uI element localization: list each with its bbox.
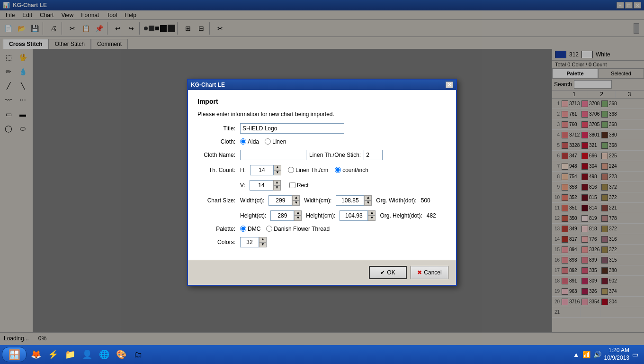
- height-cm-up[interactable]: ▲: [368, 210, 376, 216]
- h-spin-down[interactable]: ▼: [274, 170, 281, 175]
- width-cm-spinner: ▲ ▼: [336, 195, 372, 206]
- v-label: V:: [240, 182, 245, 189]
- cloth-row: Cloth: Aida Linen: [197, 138, 447, 145]
- th-count-field: H: ▲ ▼ Linen Th./cm count/inch: [240, 165, 368, 175]
- height-ct-input[interactable]: [270, 210, 294, 221]
- palette-danish[interactable]: Danish Flower Thread: [266, 226, 330, 232]
- linen-th-cm-radio[interactable]: Linen Th./cm: [288, 167, 328, 173]
- h-input[interactable]: [250, 165, 274, 175]
- colors-row: Colors: ▲ ▼: [197, 237, 447, 247]
- cloth-label: Cloth:: [197, 138, 240, 145]
- colors-spinner-btns: ▲ ▼: [259, 237, 267, 247]
- colors-down[interactable]: ▼: [259, 242, 267, 247]
- org-height-label: Org. Height(dot):: [380, 212, 422, 219]
- cloth-name-label: Cloth Name:: [197, 152, 240, 158]
- cloth-name-input[interactable]: [240, 150, 306, 160]
- dialog-footer: ✔ ✔ OK OK ✖ Cancel: [188, 260, 456, 285]
- start-button[interactable]: 🪟: [2, 347, 27, 362]
- width-cm-label: Width(cm):: [304, 197, 331, 204]
- height-cm-spinner-btns: ▲ ▼: [368, 210, 376, 221]
- width-ct-input[interactable]: [268, 195, 292, 206]
- height-ct-down[interactable]: ▼: [294, 216, 302, 221]
- cancel-button[interactable]: ✖ Cancel: [411, 266, 448, 279]
- height-cm-down[interactable]: ▼: [368, 216, 376, 221]
- palette-dmc[interactable]: DMC: [240, 226, 260, 232]
- v-spinner: ▲ ▼: [250, 180, 281, 191]
- taskbar-app2[interactable]: ⚡: [45, 347, 61, 362]
- h-spinner-btns: ▲ ▼: [274, 165, 281, 175]
- width-ct-up[interactable]: ▲: [292, 195, 300, 200]
- width-ct-down[interactable]: ▼: [292, 200, 300, 206]
- v-field: V: ▲ ▼ Rect: [240, 180, 309, 191]
- th-count-row: Th. Count: H: ▲ ▼ Linen Th./cm co: [197, 165, 447, 175]
- org-height-value: 482: [427, 212, 436, 219]
- v-spinner-btns: ▲ ▼: [273, 180, 281, 191]
- taskbar-explorer[interactable]: 📁: [63, 347, 78, 362]
- cloth-name-field: Linen Th./One Stich:: [240, 150, 383, 160]
- width-cm-spinner-btns: ▲ ▼: [364, 195, 372, 206]
- sys-icon-network[interactable]: 📶: [582, 351, 590, 358]
- taskbar-app7[interactable]: 🗂: [131, 347, 146, 362]
- cloth-name-row: Cloth Name: Linen Th./One Stich:: [197, 150, 447, 160]
- cloth-options: Aida Linen: [240, 138, 286, 145]
- rect-check[interactable]: Rect: [289, 182, 309, 189]
- colors-label: Colors:: [197, 239, 240, 246]
- v-input[interactable]: [250, 180, 273, 191]
- dialog-titlebar: KG-Chart LE ✕: [188, 80, 456, 90]
- colors-input[interactable]: [240, 237, 259, 247]
- title-field: [240, 123, 344, 134]
- h-spinner: ▲ ▼: [250, 165, 281, 175]
- taskbar: 🪟 🦊 ⚡ 📁 👤 🌐 🎨 🗂 ▲ 📶 🔊 1:20 AM 10/9/2013 …: [0, 345, 644, 364]
- height-ct-label: Height(ct):: [240, 212, 266, 219]
- count-inch-radio[interactable]: count/inch: [335, 167, 368, 173]
- taskbar-chrome[interactable]: 🌐: [97, 347, 112, 362]
- dialog-close-button[interactable]: ✕: [446, 82, 453, 88]
- width-cm-up[interactable]: ▲: [364, 195, 372, 200]
- taskbar-app6[interactable]: 🎨: [114, 347, 129, 362]
- clock-date: 10/9/2013: [604, 355, 629, 362]
- th-count-label: Th. Count:: [197, 167, 240, 173]
- clock-time: 1:20 AM: [604, 347, 629, 355]
- dialog-overlay: KG-Chart LE ✕ Import Please enter inform…: [0, 0, 644, 364]
- colors-up[interactable]: ▲: [259, 237, 267, 242]
- chart-size-field2: Height(ct): ▲ ▼ Height(cm): ▲ ▼: [240, 210, 436, 221]
- taskbar-right: ▲ 📶 🔊 1:20 AM 10/9/2013 ▭: [573, 347, 642, 362]
- h-spin-up[interactable]: ▲: [274, 165, 281, 170]
- taskbar-app4[interactable]: 👤: [80, 347, 95, 362]
- sys-icon-volume[interactable]: 🔊: [593, 351, 601, 358]
- height-cm-label: Height(cm):: [306, 212, 335, 219]
- import-dialog: KG-Chart LE ✕ Import Please enter inform…: [187, 79, 457, 286]
- chart-size-label: Chart Size:: [197, 197, 240, 204]
- sys-icon-show-desktop[interactable]: ▭: [632, 351, 638, 358]
- height-cm-input[interactable]: [340, 210, 368, 221]
- org-width-value: 500: [421, 197, 430, 204]
- v-row: V: ▲ ▼ Rect: [197, 180, 447, 191]
- title-input[interactable]: [240, 123, 344, 134]
- v-spin-down[interactable]: ▼: [273, 185, 281, 191]
- width-cm-input[interactable]: [336, 195, 364, 206]
- chart-size-row2: Height(ct): ▲ ▼ Height(cm): ▲ ▼: [197, 210, 447, 221]
- v-spin-up[interactable]: ▲: [273, 180, 281, 185]
- dialog-title: KG-Chart LE: [191, 82, 225, 88]
- height-ct-up[interactable]: ▲: [294, 210, 302, 216]
- linen-th-label: Linen Th./One Stich:: [309, 152, 361, 158]
- title-label: Title:: [197, 125, 240, 132]
- cloth-aida[interactable]: Aida: [240, 138, 259, 145]
- cloth-linen[interactable]: Linen: [265, 138, 286, 145]
- height-cm-spinner: ▲ ▼: [340, 210, 376, 221]
- height-ct-spinner: ▲ ▼: [270, 210, 302, 221]
- h-label: H:: [240, 167, 246, 173]
- taskbar-ie[interactable]: 🦊: [28, 347, 44, 362]
- palette-row: Palette: DMC Danish Flower Thread: [197, 226, 447, 232]
- ok-icon: ✔: [380, 269, 385, 276]
- org-width-label: Org. Width(dot):: [376, 197, 416, 204]
- dialog-heading: Import: [197, 98, 447, 105]
- dialog-description: Please enter information for new chart b…: [197, 111, 447, 118]
- ok-button[interactable]: ✔ ✔ OK OK: [369, 266, 407, 279]
- chart-size-row1: Chart Size: Width(ct): ▲ ▼ Width(cm):: [197, 195, 447, 206]
- width-cm-down[interactable]: ▼: [364, 200, 372, 206]
- linen-th-input[interactable]: [364, 150, 383, 160]
- sys-icon-chevron[interactable]: ▲: [573, 351, 580, 358]
- width-ct-spinner-btns: ▲ ▼: [292, 195, 300, 206]
- title-row: Title:: [197, 123, 447, 134]
